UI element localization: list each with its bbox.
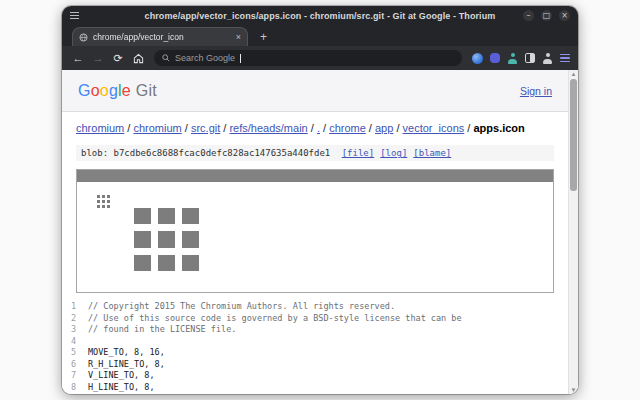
scroll-down-icon[interactable]: ▼ — [569, 386, 578, 394]
grid-square — [97, 200, 100, 203]
toolbar-right — [472, 53, 570, 64]
line-number[interactable]: 5 — [62, 347, 88, 359]
line-number[interactable]: 3 — [62, 324, 88, 336]
blob-bar: blob: b7cdbe6c8688fcac0defc828ac147635a4… — [76, 145, 554, 161]
new-tab-button[interactable]: + — [260, 31, 267, 43]
breadcrumb-link[interactable]: src.git — [191, 122, 220, 134]
breadcrumb-link[interactable]: chromium — [133, 122, 181, 134]
web-content: GoogleGit Sign in chromium / chromium / … — [62, 70, 578, 394]
blob-action-link[interactable]: [blame] — [413, 148, 451, 158]
line-number[interactable]: 7 — [62, 370, 88, 382]
globe-icon — [79, 33, 88, 42]
code-line: 1// Copyright 2015 The Chromium Authors.… — [62, 301, 568, 313]
logo-letter: g — [109, 82, 118, 99]
apps-grid-icon-small — [97, 195, 110, 208]
blob-action-link[interactable]: [file] — [342, 148, 375, 158]
grid-square — [97, 205, 100, 208]
search-placeholder: Search Google — [175, 53, 235, 63]
code-line: 6R_H_LINE_TO, 8, — [62, 359, 568, 371]
tab-strip: chrome/app/vector_icon × + — [62, 25, 578, 46]
scrollbar-thumb[interactable] — [570, 79, 577, 191]
code-line: 7V_LINE_TO, 8, — [62, 370, 568, 382]
back-icon[interactable]: ← — [70, 50, 86, 66]
breadcrumb-link[interactable]: chrome — [329, 122, 366, 134]
maximize-button[interactable]: □ — [541, 10, 552, 21]
grid-square — [158, 208, 175, 224]
gitiles-page: GoogleGit Sign in chromium / chromium / … — [62, 70, 568, 394]
site-header: GoogleGit Sign in — [62, 70, 568, 112]
forward-icon[interactable]: → — [90, 50, 106, 66]
logo-letter: G — [78, 82, 91, 99]
close-button[interactable]: × — [559, 10, 570, 21]
breadcrumb-link[interactable]: chromium — [76, 122, 124, 134]
breadcrumb-link[interactable]: refs/heads/main — [229, 122, 307, 134]
extension-icon[interactable] — [472, 53, 483, 64]
preview-body — [77, 182, 553, 292]
code-line: 2// Use of this source code is governed … — [62, 313, 568, 325]
blob-links: [file][log][blame] — [336, 148, 452, 158]
search-icon — [162, 54, 170, 62]
sidebar-toggle-icon[interactable] — [525, 53, 535, 63]
breadcrumb-link[interactable]: vector_icons — [403, 122, 465, 134]
blob-label: blob: — [81, 148, 108, 158]
line-text: // Copyright 2015 The Chromium Authors. … — [88, 301, 395, 313]
text-caret — [240, 54, 241, 63]
code-line: 9R_V_LINE_TO, 8, — [62, 393, 568, 394]
breadcrumb-separator: / — [393, 122, 402, 134]
tab-title: chrome/app/vector_icon — [93, 32, 231, 42]
icon-preview-box — [76, 169, 554, 293]
grid-square — [102, 195, 105, 198]
logo-letter: o — [100, 82, 109, 99]
breadcrumb-separator: / — [182, 122, 191, 134]
line-text: H_LINE_TO, 8, — [88, 382, 155, 394]
incognito-person-icon[interactable] — [507, 53, 518, 64]
extension-icon-2[interactable] — [490, 53, 500, 63]
reload-icon[interactable]: ⟳ — [110, 50, 126, 66]
logo-letter: o — [91, 82, 100, 99]
browser-window: chrome/app/vector_icons/apps.icon - chro… — [62, 6, 578, 394]
tab-active[interactable]: chrome/app/vector_icon × — [72, 27, 248, 46]
breadcrumb: chromium / chromium / src.git / refs/hea… — [62, 112, 568, 141]
grid-square — [134, 208, 151, 224]
home-icon[interactable] — [130, 50, 146, 66]
line-number[interactable]: 1 — [62, 301, 88, 313]
line-number[interactable]: 8 — [62, 382, 88, 394]
minimize-button[interactable]: – — [523, 10, 534, 21]
grid-square — [134, 255, 151, 271]
google-git-logo[interactable]: GoogleGit — [78, 82, 157, 100]
scroll-up-icon[interactable]: ▲ — [569, 70, 578, 78]
breadcrumb-current: apps.icon — [473, 122, 524, 134]
grid-square — [134, 231, 151, 247]
line-number[interactable]: 4 — [62, 336, 88, 348]
apps-grid-icon-large — [134, 208, 199, 271]
sign-in-link[interactable]: Sign in — [520, 85, 552, 97]
grid-square — [158, 231, 175, 247]
preview-header-band — [77, 170, 553, 182]
titlebar[interactable]: chrome/app/vector_icons/apps.icon - chro… — [62, 6, 578, 25]
tab-close-icon[interactable]: × — [236, 33, 241, 42]
grid-square — [102, 205, 105, 208]
blob-hash: b7cdbe6c8688fcac0defc828ac147635a440fde1 — [114, 148, 331, 158]
window-controls: – □ × — [523, 10, 570, 21]
google-logo-text: Google — [78, 82, 131, 99]
page-scrollbar[interactable]: ▲ ▼ — [568, 70, 578, 394]
line-number[interactable]: 9 — [62, 393, 88, 394]
address-bar[interactable]: Search Google — [154, 50, 462, 66]
profile-icon[interactable] — [542, 53, 553, 64]
line-text: R_H_LINE_TO, 8, — [88, 359, 165, 371]
line-number[interactable]: 6 — [62, 359, 88, 371]
line-text: // found in the LICENSE file. — [88, 324, 236, 336]
blob-action-link[interactable]: [log] — [380, 148, 407, 158]
grid-square — [182, 208, 199, 224]
grid-square — [182, 255, 199, 271]
breadcrumb-link[interactable]: app — [375, 122, 393, 134]
toolbar: ← → ⟳ Search Google — [62, 46, 578, 70]
browser-menu-icon[interactable] — [560, 54, 570, 62]
grid-square — [107, 200, 110, 203]
line-number[interactable]: 2 — [62, 313, 88, 325]
line-text: R_V_LINE_TO, 8, — [88, 393, 165, 394]
code-line: 5MOVE_TO, 8, 16, — [62, 347, 568, 359]
grid-square — [182, 231, 199, 247]
breadcrumb-separator: / — [320, 122, 329, 134]
window-menu-icon[interactable] — [70, 12, 79, 19]
